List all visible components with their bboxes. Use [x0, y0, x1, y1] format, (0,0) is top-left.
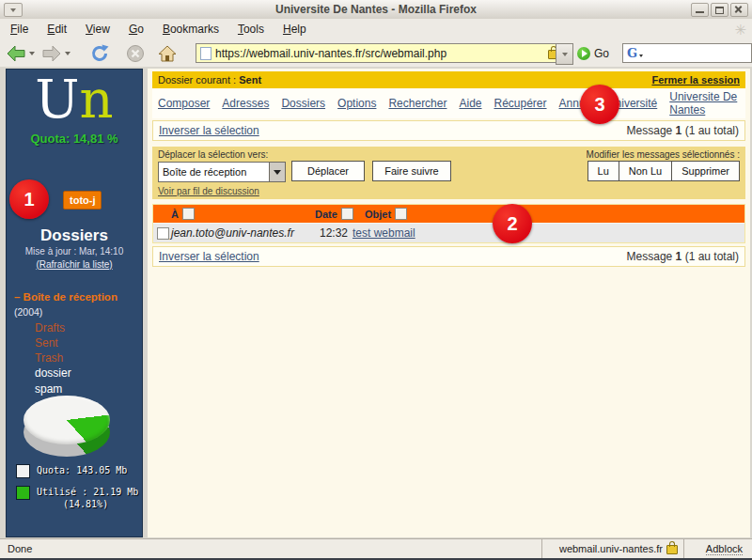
window-title: Universite De Nantes - Mozilla Firefox — [0, 3, 752, 16]
page-icon — [200, 47, 212, 60]
go-icon — [577, 47, 590, 60]
folder-label[interactable]: Boîte de réception — [24, 291, 118, 303]
minimize-button[interactable] — [691, 3, 709, 17]
url-input[interactable] — [215, 47, 544, 60]
status-site: webmail.univ-nantes.fr — [541, 539, 684, 558]
folder-spam[interactable]: spam — [7, 381, 142, 397]
thread-view-link[interactable]: Voir par fil de discussion — [158, 186, 259, 196]
logo-u: U — [35, 69, 79, 130]
folder-dossier[interactable]: dossier — [7, 366, 142, 381]
throbber-icon: ✳ — [734, 22, 746, 39]
url-history-dropdown[interactable] — [556, 43, 573, 65]
nav-search[interactable]: Rechercher — [388, 97, 446, 110]
quota-pie-chart — [24, 396, 110, 459]
collapse-icon[interactable]: – — [14, 291, 24, 303]
current-folder-text: Dossier courant : Sent — [158, 74, 261, 86]
chevron-down-icon — [274, 170, 281, 179]
selected-folder: Boîte de réception — [159, 166, 269, 178]
column-subject: Objet — [365, 208, 407, 220]
select-all-date-checkbox[interactable] — [341, 208, 353, 220]
forward-button[interactable] — [40, 42, 63, 64]
column-date: Date — [315, 208, 353, 220]
row-date: 12:32 — [320, 226, 348, 240]
move-target-select[interactable]: Boîte de réception — [158, 162, 286, 182]
quota-legend: Quota: 143.05 Mb Utilisé : 21.19 Mb(14.8… — [16, 464, 140, 518]
folder-drafts[interactable]: Drafts — [7, 320, 142, 335]
folder-inbox[interactable]: – Boîte de réception (2004) — [7, 289, 142, 320]
back-arrow-icon — [6, 43, 26, 64]
message-count: Message 1 (1 au total) — [627, 250, 739, 263]
sign-out-link[interactable]: Fermer la session — [651, 74, 740, 86]
nav-help[interactable]: Aide — [459, 97, 481, 110]
reload-icon — [89, 43, 110, 64]
back-dropdown-icon[interactable] — [29, 52, 35, 58]
menu-tools[interactable]: Tools — [231, 21, 271, 38]
message-actions-bar: Déplacer la sélection vers: Modifier les… — [152, 147, 745, 199]
annotation-circle-1: 1 — [9, 179, 49, 219]
webmail-nav: Composer Adresses Dossiers Options Reche… — [152, 88, 745, 118]
quota-swatch — [16, 464, 30, 478]
annotation-circle-3: 3 — [580, 85, 619, 124]
nav-compose[interactable]: Composer — [158, 97, 210, 110]
status-site-label: webmail.univ-nantes.fr — [559, 543, 663, 554]
adblock-button[interactable]: Adblock — [706, 543, 743, 555]
logo-n: n — [80, 69, 114, 130]
selection-bar-top: Inverser la sélection Message 1 (1 au to… — [152, 120, 745, 141]
current-folder-bar: Dossier courant : Sent Fermer la session — [152, 71, 745, 88]
row-subject-link[interactable]: test webmail — [352, 226, 415, 240]
table-header: À Date Objet — [153, 205, 744, 223]
message-table: À Date Objet jean.toto@univ-nantes.fr 12… — [152, 204, 745, 243]
annotation-circle-2: 2 — [493, 204, 532, 243]
menu-view[interactable]: View — [79, 21, 117, 38]
quota-used-percent: (14.81%) — [63, 498, 138, 510]
menu-go[interactable]: Go — [122, 21, 150, 38]
folder-trash[interactable]: Trash — [7, 350, 142, 366]
select-dropdown-button[interactable] — [269, 163, 285, 181]
forward-dropdown-icon[interactable] — [65, 52, 70, 58]
close-button[interactable] — [730, 3, 748, 17]
menu-bookmarks[interactable]: Bookmarks — [156, 21, 226, 38]
lock-icon — [666, 545, 678, 554]
forward-button[interactable]: Faire suivre — [372, 161, 451, 181]
search-input[interactable] — [645, 47, 752, 60]
row-checkbox[interactable] — [157, 227, 169, 240]
google-logo-icon: G — [627, 46, 637, 60]
refresh-folder-list-link[interactable]: (Rafraîchir la liste) — [7, 259, 142, 270]
search-engine-dropdown-icon[interactable] — [639, 54, 643, 59]
select-all-from-checkbox[interactable] — [182, 208, 195, 220]
mark-unread-button[interactable]: Non Lu — [619, 161, 672, 181]
quota-used-label: Utilisé : 21.19 Mb(14.81%) — [37, 486, 138, 510]
titlebar: Universite De Nantes - Mozilla Firefox — [0, 0, 752, 20]
mark-read-button[interactable]: Lu — [588, 161, 619, 181]
status-text: Done — [8, 543, 32, 554]
university-link[interactable]: Universite De Nantes — [669, 90, 740, 117]
maximize-button[interactable] — [711, 3, 728, 17]
reload-button[interactable] — [88, 42, 111, 64]
current-folder-name: Sent — [239, 74, 261, 86]
select-all-subject-checkbox[interactable] — [395, 208, 407, 220]
chevron-down-icon — [562, 53, 568, 59]
search-box[interactable]: G — [622, 43, 752, 63]
message-count: Message 1 (1 au total) — [627, 124, 739, 137]
nav-recover[interactable]: Récupérer — [494, 97, 547, 110]
invert-selection-link[interactable]: Inverser la sélection — [159, 124, 259, 137]
menu-help[interactable]: Help — [276, 21, 313, 38]
folder-sent[interactable]: Sent — [7, 335, 142, 350]
invert-selection-link[interactable]: Inverser la sélection — [159, 250, 259, 263]
url-bar[interactable] — [196, 43, 564, 63]
nav-options[interactable]: Options — [337, 97, 376, 110]
minimize-icon — [696, 11, 704, 13]
stop-button[interactable] — [124, 42, 147, 64]
nav-folders[interactable]: Dossiers — [281, 97, 325, 110]
menu-edit[interactable]: Edit — [40, 21, 73, 38]
nav-addresses[interactable]: Adresses — [222, 97, 269, 110]
move-button[interactable]: Déplacer — [291, 161, 365, 181]
go-button[interactable]: Go — [577, 43, 609, 63]
selection-bar-bottom: Inverser la sélection Message 1 (1 au to… — [152, 246, 745, 267]
quota-percentage: Quota: 14,81 % — [7, 132, 142, 146]
delete-button[interactable]: Supprimer — [671, 161, 740, 181]
table-row: jean.toto@univ-nantes.fr 12:32 test webm… — [153, 223, 744, 242]
back-button[interactable] — [5, 42, 27, 64]
home-button[interactable] — [156, 42, 179, 64]
menu-file[interactable]: File — [4, 21, 35, 38]
